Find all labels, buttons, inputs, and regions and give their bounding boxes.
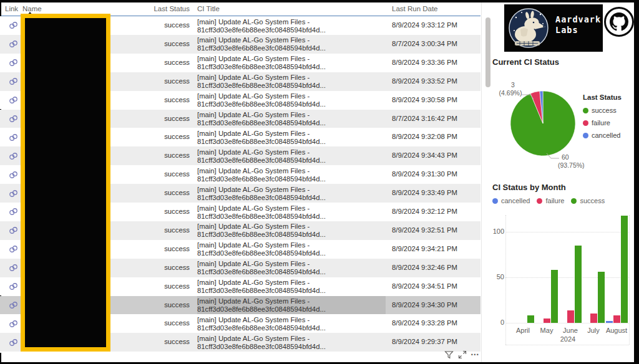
link-icon[interactable] [6,54,20,72]
link-icon[interactable] [6,16,20,35]
ci-title-line2: 81cff3d03e8fe6b88ee3fc0848594bfd4d... [197,343,326,350]
link-icon[interactable] [6,203,20,221]
link-icon[interactable] [6,72,20,91]
ci-title-line1: [main] Update AL-Go System Files - [197,55,310,62]
link-icon[interactable] [6,128,20,146]
last-run-date-cell: 8/9/2024 9:32:51 PM [392,221,479,240]
pie-label-failure-count: 3 [505,81,520,89]
github-icon[interactable] [604,7,634,37]
link-icon[interactable] [6,165,20,184]
status-cell: success [127,240,190,259]
legend-item-cancelled[interactable]: cancelled [583,132,622,139]
cancelled-dot-icon [583,133,588,138]
failure-dot-icon [583,120,588,126]
cancelled-dot-icon [492,198,498,204]
ci-title-line1: [main] Update AL-Go System Files - [197,36,310,44]
more-options-icon[interactable]: ⋯ [471,349,480,359]
last-run-date-cell: 8/9/2024 9:30:58 PM [392,91,479,110]
last-run-date-cell: 8/9/2024 9:33:49 PM [392,184,479,203]
status-cell: success [127,203,190,221]
link-icon[interactable] [6,352,20,353]
legend-item-cancelled[interactable]: cancelled [492,197,530,204]
last-run-date-cell: 8/9/2024 9:34:30 PM [392,296,479,315]
ci-title-cell: [main] Update AL-Go System Files -81cff3… [197,128,386,146]
ci-title-cell: [main] Update AL-Go System Files -81cff3… [197,110,386,128]
legend-label: success [580,197,605,204]
pie-label-success-count: 60 [562,153,578,161]
ci-title-line2: 81cff3d03e8fe6b88ee3fc0848594bfd4d... [197,231,326,238]
ci-title-line1: [main] Update AL-Go System Files - [197,167,310,175]
redaction-box [21,14,110,352]
link-icon[interactable] [6,35,20,54]
link-icon[interactable] [6,259,20,277]
ci-title-line2: 81cff3d03e8fe6b88ee3fc0848594bfd4d... [197,82,326,89]
bar-cancelled-august[interactable] [606,321,613,323]
status-cell: success [127,165,190,184]
link-icon[interactable] [6,277,20,296]
bar-success-april[interactable] [527,315,534,323]
status-cell: success [127,184,190,203]
column-header-link[interactable]: Link [5,5,18,12]
ci-title-cell: [main] Update AL-Go System Files -81cff3… [197,259,386,277]
ci-title-cell: [main] Update AL-Go System Files -81cff3… [197,184,386,203]
link-icon[interactable] [6,333,20,352]
bar-success-may[interactable] [551,270,558,323]
logo-text-line1: Aardvark [555,14,601,25]
ci-title-line1: [main] Update AL-Go System Files - [197,18,310,26]
ci-title-cell: [main] Update AL-Go System Files -81cff3… [197,221,386,240]
table-row[interactable]: success[main] Update AL-Go System Files … [0,352,480,353]
aardvark-labs-logo: Aardvark Labs [504,4,603,52]
link-icon[interactable] [6,184,20,203]
last-run-date-cell: 8/9/2024 9:33:36 PM [392,54,479,72]
column-header-last-run-date[interactable]: Last Run Date [392,5,438,12]
status-cell: success [127,16,190,35]
frame-right [634,0,639,364]
pie-chart-title: Current CI Status [492,57,559,67]
ci-title-line1: [main] Update AL-Go System Files - [197,111,310,118]
status-cell: success [127,259,190,277]
link-icon[interactable] [6,91,20,110]
ci-title-line2: 81cff3d03e8fe6b88ee3fc0848594bfd4d... [197,324,326,332]
column-header-ci-title[interactable]: CI Title [197,5,220,12]
link-icon[interactable] [6,296,20,315]
ci-title-line2: 81cff3d03e8fe6b88ee3fc0848594bfd4d... [197,268,326,275]
ci-title-line2: 81cff3d03e8fe6b88ee3fc0848594bfd4d... [197,100,326,108]
focus-mode-icon[interactable] [458,350,467,362]
filter-icon[interactable] [444,350,454,362]
ci-title-cell: [main] Update AL-Go System Files -81cff3… [197,91,386,110]
ci-title-cell: [main] Update AL-Go System Files -81cff3… [197,296,386,315]
x-axis-year-label: 2024 [549,335,587,343]
status-cell: success [127,314,190,333]
legend-item-failure[interactable]: failure [583,119,622,127]
bar-success-august[interactable] [621,216,628,323]
x-axis-label-august: August [598,327,635,334]
bar-failure-july[interactable] [590,314,597,323]
legend-item-success[interactable]: success [571,197,605,204]
link-icon[interactable] [6,221,20,240]
pie-slices [510,91,575,156]
ci-title-cell: [main] Update AL-Go System Files -81cff3… [197,333,386,352]
last-run-date-cell: 8/9/2024 9:32:46 PM [392,259,479,277]
bar-failure-june[interactable] [567,310,574,323]
last-run-date-cell: 8/9/2024 9:33:12 PM [392,16,479,35]
link-icon[interactable] [6,146,20,165]
link-icon[interactable] [6,314,20,333]
status-cell: success [127,352,190,353]
legend-item-success[interactable]: success [583,107,622,114]
legend-label: failure [545,197,564,204]
status-cell: success [127,54,190,72]
ci-title-line1: [main] Update AL-Go System Files - [197,148,310,156]
link-icon[interactable] [6,110,20,128]
column-header-last-status[interactable]: Last Status [127,5,190,12]
bar-failure-may[interactable] [544,318,550,323]
table-scrollbar[interactable] [485,17,490,87]
ci-title-line2: 81cff3d03e8fe6b88ee3fc0848594bfd4d... [197,305,326,313]
legend-item-failure[interactable]: failure [537,197,564,204]
last-run-date-cell: 8/9/2024 9:31:30 PM [392,165,479,184]
pie-legend-title: Last Status [583,93,622,101]
pie-label-failure-pct: (4.69%) [494,89,527,97]
bar-success-june[interactable] [575,246,582,323]
link-icon[interactable] [6,240,20,259]
bar-success-july[interactable] [598,272,605,323]
bar-failure-august[interactable] [613,315,620,323]
